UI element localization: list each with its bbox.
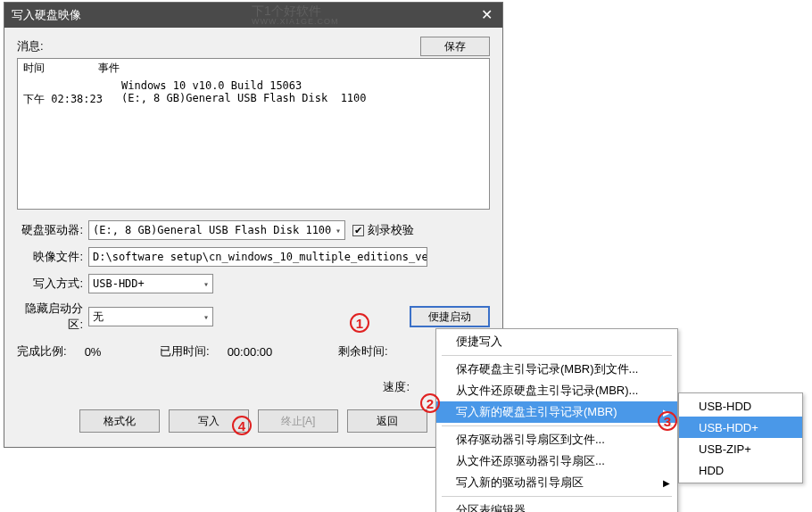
mbr-submenu: USB-HDD USB-HDD+ USB-ZIP+ HDD [678, 392, 803, 483]
log-col-time: 时间 [23, 61, 45, 76]
menu-item-save-boot-sector[interactable]: 保存驱动器引导扇区到文件... [436, 429, 677, 450]
hide-boot-combo[interactable]: 无 ▾ [88, 307, 213, 326]
content-area: 消息: 保存 时间 事件 Windows 10 v10.0 Build 1506… [4, 28, 502, 442]
menu-separator [442, 425, 672, 426]
drive-combo[interactable]: (E:, 8 GB)General USB Flash Disk 1100 ▾ [88, 220, 345, 240]
shortcut-context-menu: 便捷写入 保存硬盘主引导记录(MBR)到文件... 从文件还原硬盘主引导记录(M… [435, 328, 678, 512]
drive-label: 硬盘驱动器: [17, 222, 88, 238]
menu-item-restore-boot-sector[interactable]: 从文件还原驱动器引导扇区... [436, 450, 677, 472]
log-box[interactable]: 时间 事件 Windows 10 v10.0 Build 15063 下午 02… [17, 58, 490, 210]
write-button[interactable]: 写入 [169, 409, 249, 433]
menu-separator [442, 496, 672, 497]
speed-label: 速度: [383, 379, 410, 395]
abort-button: 终止[A] [258, 409, 338, 433]
window-title: 写入硬盘映像 [12, 7, 81, 23]
submenu-arrow-icon: ▶ [663, 478, 670, 488]
chevron-down-icon: ▾ [203, 279, 209, 289]
log-row: Windows 10 v10.0 Build 15063 [23, 79, 484, 92]
format-button[interactable]: 格式化 [79, 409, 160, 433]
chevron-down-icon: ▾ [203, 312, 209, 322]
image-file-input[interactable]: D:\software setup\cn_windows_10_multiple… [88, 247, 427, 267]
submenu-usb-hdd[interactable]: USB-HDD [679, 395, 802, 417]
menu-item-save-mbr[interactable]: 保存硬盘主引导记录(MBR)到文件... [436, 359, 677, 380]
submenu-hdd[interactable]: HDD [679, 459, 802, 481]
done-value: 0% [85, 345, 102, 359]
close-button[interactable]: ✕ [470, 3, 502, 28]
menu-separator [442, 355, 672, 356]
message-label: 消息: [17, 38, 44, 54]
save-button[interactable]: 保存 [420, 37, 490, 56]
log-row: 下午 02:38:23 (E:, 8 GB)General USB Flash … [23, 92, 484, 107]
submenu-usb-zip-plus[interactable]: USB-ZIP+ [679, 438, 802, 459]
back-button[interactable]: 返回 [347, 409, 427, 433]
submenu-usb-hdd-plus[interactable]: USB-HDD+ [679, 417, 802, 438]
menu-item-write-new-mbr[interactable]: 写入新的硬盘主引导记录(MBR) ▶ [436, 401, 677, 423]
remain-label: 剩余时间: [338, 343, 388, 359]
done-label: 完成比例: [17, 343, 67, 359]
checkbox-icon: ✔ [352, 225, 364, 236]
hide-boot-label: 隐藏启动分区: [17, 301, 88, 333]
image-file-label: 映像文件: [17, 249, 88, 265]
menu-item-quick-write[interactable]: 便捷写入 [436, 331, 677, 352]
elapsed-label: 已用时间: [160, 343, 210, 359]
write-mode-label: 写入方式: [17, 276, 88, 292]
burn-verify-checkbox[interactable]: ✔ 刻录校验 [352, 222, 414, 238]
log-col-event: 事件 [98, 61, 120, 76]
chevron-down-icon: ▾ [336, 226, 341, 235]
menu-item-write-new-boot-sector[interactable]: 写入新的驱动器引导扇区 ▶ [436, 472, 677, 493]
titlebar[interactable]: 写入硬盘映像 ✕ [4, 3, 502, 28]
write-mode-combo[interactable]: USB-HDD+ ▾ [88, 274, 213, 293]
menu-item-partition-editor[interactable]: 分区表编辑器... [436, 500, 677, 512]
write-disk-image-dialog: 写入硬盘映像 ✕ 消息: 保存 时间 事件 Windows 10 v10.0 B… [4, 2, 503, 448]
submenu-arrow-icon: ▶ [663, 408, 670, 417]
elapsed-value: 00:00:00 [228, 345, 273, 359]
shortcut-boot-button[interactable]: 便捷启动 [410, 306, 490, 327]
menu-item-restore-mbr[interactable]: 从文件还原硬盘主引导记录(MBR)... [436, 380, 677, 401]
